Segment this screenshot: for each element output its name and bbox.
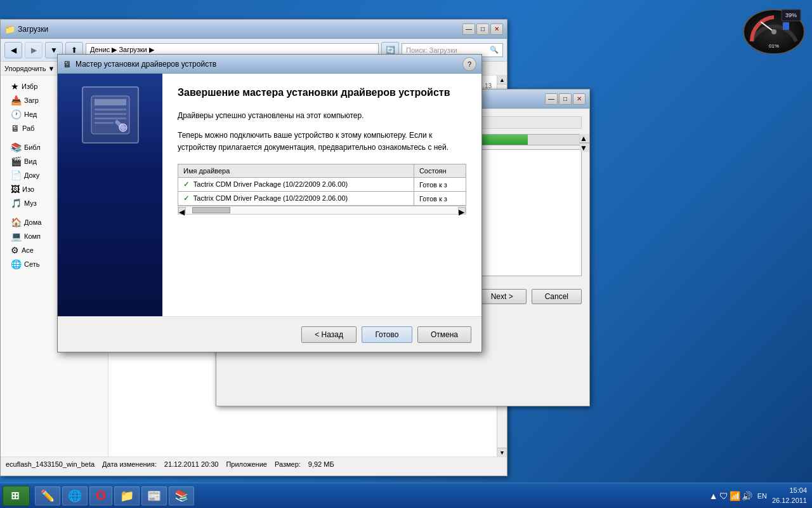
taskbar-items: ✏️ 🌐 O 📁 📰 📚	[32, 486, 704, 505]
wizard-body: Завершение мастера установки драйверов у…	[58, 74, 481, 316]
wizard-para2: Теперь можно подключить ваше устройство …	[178, 130, 466, 154]
installer-bg-minimize[interactable]: —	[545, 93, 558, 105]
check-icon-1: ✓	[183, 180, 189, 188]
explorer-minimize-button[interactable]: —	[462, 23, 475, 35]
speedometer-widget: 01% 39%	[742, 6, 806, 54]
status-size-label: Размер:	[275, 460, 301, 468]
wizard-footer: < Назад Готово Отмена	[58, 316, 481, 352]
scroll-down2[interactable]: ▼	[580, 143, 589, 152]
status-size-value: 9,92 МБ	[308, 460, 334, 468]
scroll-up-button[interactable]: ▲	[497, 76, 507, 84]
explorer-titlebar: 📁 Загрузки — □ ✕	[1, 20, 507, 39]
windows-logo-icon: ⊞	[11, 490, 19, 502]
clock-time: 15:04	[772, 486, 807, 495]
forward-button[interactable]: ▶	[25, 42, 43, 58]
svg-point-2	[771, 29, 776, 34]
menu-organize[interactable]: Упорядочить ▼	[4, 65, 55, 72]
installer-bg-close[interactable]: ✕	[573, 93, 586, 105]
wizard-para1: Драйверы успешно установлены на этот ком…	[178, 110, 466, 122]
explorer-statusbar: ecuflash_1433150_win_beta Дата изменения…	[1, 457, 507, 471]
wizard-heading: Завершение мастера установки драйверов у…	[178, 86, 466, 100]
taskbar-item-ie[interactable]: 🌐	[62, 486, 88, 505]
status-filename: ecuflash_1433150_win_beta	[6, 460, 95, 468]
taskbar-item-explorer[interactable]: 📁	[114, 486, 140, 505]
back-button[interactable]: ◀	[4, 42, 22, 58]
status-date-label: Дата изменения:	[102, 460, 157, 468]
desktop: 01% 39% 📁 Загрузки — □ ✕ ◀ ▶ ▼ ⬆ Денис ▶…	[0, 0, 812, 508]
explorer-maximize-button[interactable]: □	[476, 23, 489, 35]
wizard-help-button[interactable]: ?	[462, 57, 476, 71]
hscroll-left[interactable]: ◀	[178, 207, 186, 213]
tray-volume-icon[interactable]: 🔊	[742, 491, 752, 501]
installer-scrollbar[interactable]: ▲ ▼	[579, 134, 589, 144]
taskbar-item-files[interactable]: ✏️	[35, 486, 60, 505]
search-icon[interactable]: 🔍	[490, 46, 499, 54]
wizard-logo-svg	[88, 93, 133, 137]
scroll-down-button[interactable]: ▼	[497, 448, 507, 457]
hscroll-right[interactable]: ▶	[458, 207, 466, 213]
wizard-titlebar: 🖥 Мастер установки драйверов устройств ?	[58, 55, 481, 74]
table-row: ✓ Tactrix CDM Driver Package (10/22/2009…	[178, 192, 466, 206]
explorer-close-button[interactable]: ✕	[490, 23, 503, 35]
hscroll-thumb[interactable]	[192, 207, 230, 213]
taskbar-item-opera[interactable]: O	[89, 486, 112, 505]
tray-lang[interactable]: EN	[757, 492, 767, 500]
explorer-taskbar-icon: 📁	[120, 489, 134, 503]
wizard-content: Завершение мастера установки драйверов у…	[162, 74, 481, 316]
files-taskbar-icon: ✏️	[41, 489, 55, 503]
wizard-title-text: Мастер установки драйверов устройств	[75, 60, 462, 69]
explorer-title: Загрузки	[18, 25, 461, 34]
taskbar-item-books[interactable]: 📚	[169, 486, 194, 505]
tray-antivirus-icon[interactable]: 🛡	[719, 491, 728, 501]
svg-rect-8	[95, 99, 126, 105]
status-type: Приложение	[226, 460, 267, 468]
tray-icons: ▲ 🛡 📶 🔊	[709, 491, 752, 501]
wizard-driver-table: Имя драйвера Состоян ✓ Tactrix CDM Drive…	[178, 164, 466, 206]
ie-taskbar-icon: 🌐	[68, 489, 82, 503]
installer-bg-maximize[interactable]: □	[559, 93, 572, 105]
driver-row1-name: ✓ Tactrix CDM Driver Package (10/22/2009…	[178, 178, 414, 192]
tray-network-icon[interactable]: 📶	[730, 491, 740, 501]
tray-expand-icon[interactable]: ▲	[709, 491, 718, 501]
driver-row2-status: Готов к з	[414, 192, 466, 206]
wizard-title-icon: 🖥	[63, 59, 72, 69]
media-taskbar-icon: 📰	[147, 489, 161, 503]
taskbar: ⊞ ✏️ 🌐 O 📁 📰 📚 ▲	[0, 483, 812, 508]
cancel-button-installer[interactable]: Cancel	[532, 289, 582, 304]
hscroll-track[interactable]	[186, 207, 458, 213]
table-row: ✓ Tactrix CDM Driver Package (10/22/2009…	[178, 178, 466, 192]
clock-date: 26.12.2011	[772, 496, 807, 505]
next-button-installer[interactable]: Next >	[478, 289, 527, 304]
svg-rect-12	[95, 122, 114, 124]
svg-point-14	[119, 124, 127, 131]
wizard-sidebar	[58, 74, 162, 316]
wizard-logo	[82, 86, 139, 144]
svg-rect-6	[783, 22, 789, 30]
table-hscrollbar[interactable]: ◀ ▶	[178, 206, 466, 215]
status-date-value: 21.12.2011 20:30	[164, 460, 219, 468]
wizard-dialog: 🖥 Мастер установки драйверов устройств ?	[57, 54, 482, 352]
table-header-name: Имя драйвера	[178, 164, 414, 178]
taskbar-item-media[interactable]: 📰	[141, 486, 167, 505]
taskbar-right: ▲ 🛡 📶 🔊 EN 15:04 26.12.2011	[704, 486, 812, 505]
svg-text:01%: 01%	[769, 43, 779, 49]
wizard-cancel-button[interactable]: Отмена	[417, 326, 471, 343]
system-tray-top: 01% 39%	[742, 6, 806, 54]
address-text: Денис ▶ Загрузки ▶	[90, 46, 154, 54]
driver-row1-status: Готов к з	[414, 178, 466, 192]
opera-taskbar-icon: O	[96, 488, 106, 503]
search-placeholder: Поиск: Загрузки	[406, 46, 457, 54]
books-taskbar-icon: 📚	[174, 489, 188, 503]
table-header-status: Состоян	[414, 164, 466, 178]
svg-rect-10	[95, 113, 126, 115]
start-button[interactable]: ⊞	[3, 486, 30, 506]
scroll-up2[interactable]: ▲	[580, 134, 589, 143]
svg-rect-9	[95, 109, 126, 110]
wizard-back-button[interactable]: < Назад	[301, 326, 357, 343]
wizard-finish-button[interactable]: Готово	[362, 326, 412, 343]
check-icon-2: ✓	[183, 194, 189, 202]
svg-text:39%: 39%	[785, 12, 797, 18]
svg-rect-11	[95, 117, 126, 119]
clock[interactable]: 15:04 26.12.2011	[772, 486, 807, 505]
driver-row2-name: ✓ Tactrix CDM Driver Package (10/22/2009…	[178, 192, 414, 206]
